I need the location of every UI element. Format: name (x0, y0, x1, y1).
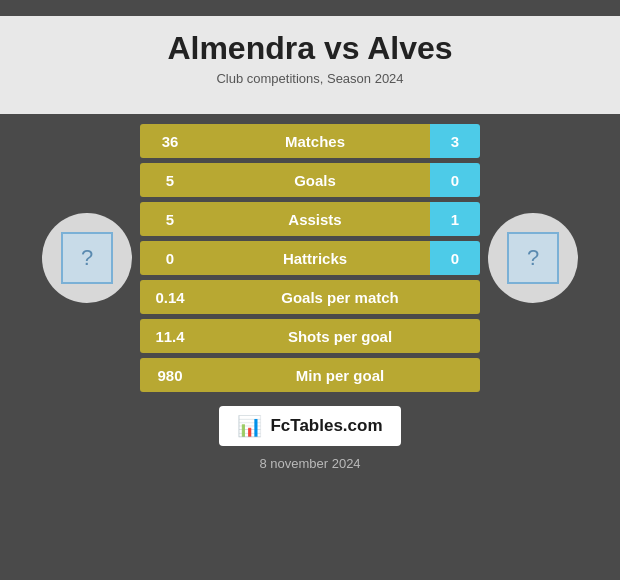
avatar-icon-right: ? (507, 232, 559, 284)
stats-block: 36Matches35Goals05Assists10Hattricks00.1… (140, 124, 480, 392)
match-title: Almendra vs Alves (0, 30, 620, 67)
stat-label-5: Shots per goal (200, 319, 480, 353)
stat-left-0: 36 (140, 124, 200, 158)
stat-left-3: 0 (140, 241, 200, 275)
stat-row: 36Matches3 (140, 124, 480, 158)
stat-row: 0.14Goals per match (140, 280, 480, 314)
stat-row: 5Assists1 (140, 202, 480, 236)
stat-left-1: 5 (140, 163, 200, 197)
main-row: ? 36Matches35Goals05Assists10Hattricks00… (0, 124, 620, 392)
stat-label-6: Min per goal (200, 358, 480, 392)
stat-right-3: 0 (430, 241, 480, 275)
stat-row: 11.4Shots per goal (140, 319, 480, 353)
stat-row: 980Min per goal (140, 358, 480, 392)
stat-label-3: Hattricks (200, 241, 430, 275)
footer-date: 8 november 2024 (259, 456, 360, 471)
stat-label-4: Goals per match (200, 280, 480, 314)
stat-label-0: Matches (200, 124, 430, 158)
stat-left-4: 0.14 (140, 280, 200, 314)
watermark-icon: 📊 (237, 414, 262, 438)
player-avatar-left: ? (42, 213, 132, 303)
stat-left-6: 980 (140, 358, 200, 392)
stat-label-2: Assists (200, 202, 430, 236)
stat-row: 0Hattricks0 (140, 241, 480, 275)
stat-right-1: 0 (430, 163, 480, 197)
header-area: Almendra vs Alves Club competitions, Sea… (0, 16, 620, 114)
watermark-badge: 📊 FcTables.com (219, 406, 400, 446)
stat-label-1: Goals (200, 163, 430, 197)
match-subtitle: Club competitions, Season 2024 (0, 71, 620, 86)
main-card: Almendra vs Alves Club competitions, Sea… (0, 0, 620, 580)
stat-left-5: 11.4 (140, 319, 200, 353)
stat-row: 5Goals0 (140, 163, 480, 197)
stat-right-2: 1 (430, 202, 480, 236)
player-avatar-right: ? (488, 213, 578, 303)
stat-left-2: 5 (140, 202, 200, 236)
watermark-text: FcTables.com (270, 416, 382, 436)
stat-right-0: 3 (430, 124, 480, 158)
avatar-icon-left: ? (61, 232, 113, 284)
